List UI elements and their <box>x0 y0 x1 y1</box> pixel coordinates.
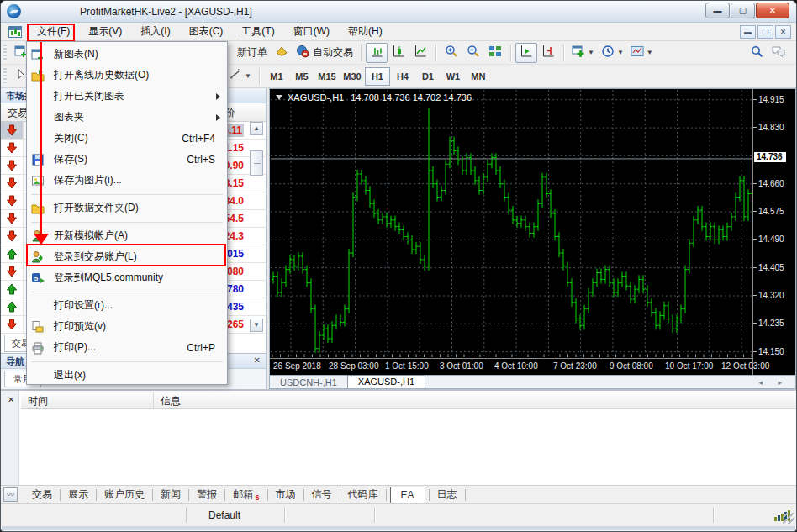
menu-item-label: 打开离线历史数据(O) <box>54 68 227 82</box>
line-tools-button[interactable]: ▼ <box>225 66 255 87</box>
periods-button[interactable]: ▼ <box>598 43 627 63</box>
templates-icon <box>631 45 644 61</box>
terminal-tab-1[interactable]: 交易 <box>24 486 60 503</box>
timeframe-h1[interactable]: H1 <box>365 67 390 86</box>
time-axis[interactable]: 26 Sep 201828 Sep 03:001 Oct 15:003 Oct … <box>270 358 752 374</box>
terminal-tab-2[interactable]: 展示 <box>61 486 96 503</box>
maximize-button[interactable]: ▢ <box>731 3 755 18</box>
menu-file[interactable]: 文件(F) <box>30 22 79 41</box>
file-menu-item-exit[interactable]: 退出(x) <box>27 365 227 386</box>
time-axis-label: 28 Sep 03:00 <box>329 361 379 371</box>
chart-symbol-label: XAGUSD-,H1 <box>288 92 344 103</box>
timeframe-d1[interactable]: D1 <box>415 67 441 86</box>
price-axis[interactable]: 14.91514.83014.66014.57514.49014.40514.3… <box>752 89 795 375</box>
file-menu-item-open-deleted[interactable]: 打开已关闭图表 <box>27 86 227 107</box>
file-menu-item-save-picture[interactable]: 保存为图片(i)... <box>27 170 227 191</box>
tab-scroll-arrows-icon[interactable]: ◂ ▸ <box>758 378 789 387</box>
submenu-arrow-icon <box>216 93 220 100</box>
terminal-tab-7[interactable]: 市场 <box>268 486 303 503</box>
menu-item-label: 新图表(N) <box>54 47 227 61</box>
menu-tools[interactable]: 工具(T) <box>232 22 283 41</box>
menu-item-label: 图表夹 <box>54 110 216 124</box>
file-menu-item-login-mql5[interactable]: 5登录到MQL5.community <box>27 267 227 288</box>
file-menu-item-print-preview[interactable]: 打印预览(v) <box>27 316 227 337</box>
bar-chart-button[interactable] <box>366 43 388 63</box>
autotrading-button[interactable]: 自动交易 <box>293 43 356 63</box>
terminal-tab-8[interactable]: 信号 <box>304 486 340 503</box>
column-message[interactable]: 信息 <box>154 392 181 408</box>
zoom-out-button[interactable] <box>462 43 484 63</box>
price-down-icon <box>1 192 24 209</box>
minimize-button[interactable]: ▬ <box>705 3 730 18</box>
menu-charts[interactable]: 图表(C) <box>180 22 233 41</box>
menu-item-label: 打开数据文件夹(D) <box>54 201 227 215</box>
time-axis-label: 1 Oct 15:00 <box>385 361 429 371</box>
file-menu-item-open-account[interactable]: 开新模拟帐户(A) <box>27 225 227 246</box>
timeframe-m30[interactable]: M30 <box>340 67 365 86</box>
status-profile[interactable]: Default <box>187 509 284 521</box>
file-menu-item-print[interactable]: 打印(P)...Ctrl+P <box>27 337 227 358</box>
file-menu-item-data-folder[interactable]: 打开数据文件夹(D) <box>27 198 227 219</box>
terminal-tab-6[interactable]: 邮箱 6 <box>225 486 267 503</box>
terminal-close-icon[interactable]: ✕ <box>8 395 14 404</box>
title-bar[interactable]: ProfitMarketHK-Live2 - [XAGUSD-,H1] ▬ ▢ … <box>1 1 796 23</box>
panel-dock-icon[interactable]: 〰 <box>3 487 18 502</box>
chart-plot-area[interactable]: XAGUSD-,H1 14.708 14.736 14.702 14.736 <box>271 90 752 357</box>
menu-insert[interactable]: 插入(I) <box>131 22 179 41</box>
zoom-in-button[interactable] <box>441 43 462 63</box>
metaeditor-button[interactable] <box>271 43 293 63</box>
new-order-button[interactable]: 新订单 <box>230 43 271 63</box>
resize-grip[interactable] <box>783 513 794 524</box>
search-button[interactable] <box>746 43 768 63</box>
file-menu-dropdown: 新图表(N)打开离线历史数据(O)打开已关闭图表图表夹关闭(C)Ctrl+F4保… <box>26 41 228 385</box>
toolbar-grip[interactable] <box>3 68 7 85</box>
menu-icon-spacer <box>31 299 46 313</box>
terminal-tab-11[interactable]: 日志 <box>430 486 465 503</box>
chart-window-icon[interactable] <box>8 26 22 38</box>
scroll-up-icon[interactable]: ▲ <box>250 122 263 135</box>
file-menu-item-login-trade[interactable]: 登录到交易账户(L) <box>27 246 227 267</box>
mdi-close-icon[interactable]: ✕ <box>775 25 791 39</box>
terminal-tab-3[interactable]: 账户历史 <box>97 486 152 503</box>
indicators-button[interactable]: ▼ <box>568 43 598 63</box>
line-chart-button[interactable] <box>409 43 431 63</box>
chart-tab-xagusdh1[interactable]: XAGUSD-,H1 <box>347 375 425 388</box>
column-time[interactable]: 时间 <box>21 392 154 408</box>
candlestick-button[interactable] <box>388 43 409 63</box>
file-menu-item-new-chart[interactable]: 新图表(N) <box>27 44 227 65</box>
chart-window[interactable]: XAGUSD-,H1 14.708 14.736 14.702 14.736 1… <box>269 88 796 389</box>
menu-window[interactable]: 窗口(W) <box>284 22 339 41</box>
file-menu-item-save[interactable]: 保存(S)Ctrl+S <box>27 149 227 170</box>
chart-shift-button[interactable] <box>537 43 559 63</box>
price-axis-label: 14.830 <box>758 123 784 132</box>
timeframe-mn[interactable]: MN <box>466 67 491 86</box>
chat-button[interactable] <box>768 43 789 63</box>
menu-help[interactable]: 帮助(H) <box>339 22 392 41</box>
timeframe-m15[interactable]: M15 <box>314 67 340 86</box>
file-menu-item-print-setup[interactable]: 打印设置(r)... <box>27 295 227 316</box>
close-button[interactable]: ✕ <box>756 3 789 18</box>
file-menu-item-profiles[interactable]: 图表夹 <box>27 107 227 128</box>
navigator-close-icon[interactable]: ✕ <box>254 356 261 365</box>
terminal-tab-5[interactable]: 警报 <box>189 486 224 503</box>
file-menu-item-open-offline[interactable]: 打开离线历史数据(O) <box>27 65 227 86</box>
templates-button[interactable]: ▼ <box>627 43 657 63</box>
terminal-tab-4[interactable]: 新闻 <box>153 486 188 503</box>
scrollbar-thumb[interactable] <box>250 150 263 176</box>
toolbar-grip[interactable] <box>3 45 7 61</box>
current-price-label: 14.736 <box>754 152 786 162</box>
mdi-restore-icon[interactable]: ❐ <box>757 25 773 39</box>
mdi-minimize-icon[interactable]: ▬ <box>740 25 756 39</box>
file-menu-item-close[interactable]: 关闭(C)Ctrl+F4 <box>27 128 227 149</box>
scroll-down-icon[interactable]: ▼ <box>250 319 263 332</box>
chart-tab-usdcnhh1[interactable]: USDCNH-,H1 <box>270 377 347 388</box>
timeframe-m1[interactable]: M1 <box>264 67 289 86</box>
tile-windows-button[interactable] <box>484 43 506 63</box>
terminal-tab-10[interactable]: EA <box>390 487 425 503</box>
auto-scroll-button[interactable] <box>515 43 537 63</box>
terminal-tab-9[interactable]: 代码库 <box>340 486 386 503</box>
timeframe-w1[interactable]: W1 <box>441 67 466 86</box>
timeframe-h4[interactable]: H4 <box>390 67 415 86</box>
menu-view[interactable]: 显示(V) <box>79 22 131 41</box>
timeframe-m5[interactable]: M5 <box>289 67 314 86</box>
